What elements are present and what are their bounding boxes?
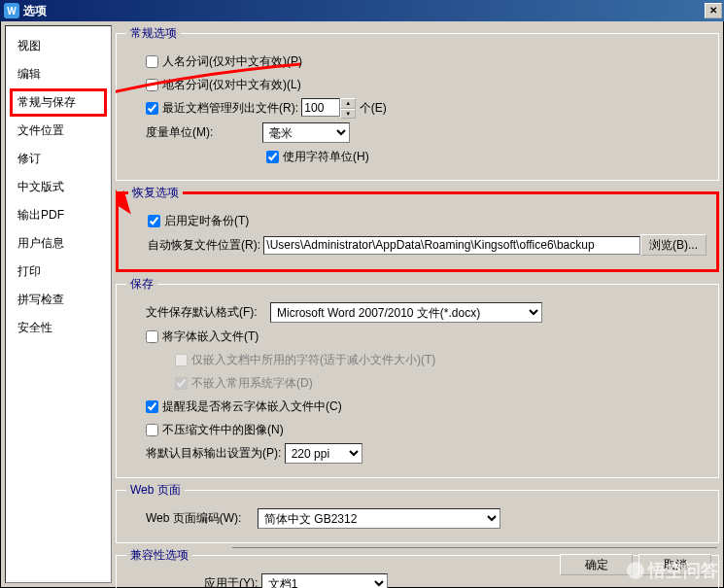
place-split-label: 地名分词(仅对中文有效)(L) — [162, 77, 301, 93]
sidebar-item-general-save[interactable]: 常规与保存 — [10, 88, 107, 117]
sidebar-item-user-info[interactable]: 用户信息 — [10, 229, 107, 258]
sidebar-item-view[interactable]: 视图 — [10, 32, 107, 60]
recovery-path-input[interactable] — [263, 236, 640, 255]
use-char-unit-checkbox[interactable] — [266, 151, 279, 163]
web-legend: Web 页面 — [126, 482, 185, 499]
recent-docs-input[interactable] — [301, 98, 340, 117]
unit-label: 度量单位(M): — [146, 124, 262, 141]
general-options-group: 常规选项 人名分词(仅对中文有效)(P) 地名分词(仅对中文有效)(L) 最近文… — [116, 25, 719, 181]
app-icon: W — [4, 3, 19, 18]
embed-font-label: 将字体嵌入文件(T) — [162, 329, 259, 345]
recent-docs-unit: 个(E) — [360, 100, 387, 117]
general-legend: 常规选项 — [126, 25, 181, 42]
sidebar-item-print[interactable]: 打印 — [10, 258, 107, 286]
recovery-path-label: 自动恢复文件位置(R): — [148, 237, 260, 254]
recovery-legend: 恢复选项 — [128, 185, 183, 201]
embed-font-checkbox[interactable] — [146, 330, 158, 343]
recent-docs-checkbox[interactable] — [146, 102, 158, 115]
sidebar-item-output-pdf[interactable]: 输出PDF — [10, 201, 107, 229]
no-compress-img-checkbox[interactable] — [146, 424, 158, 436]
recent-docs-up[interactable]: ▲ — [340, 98, 356, 109]
default-res-select[interactable]: 220 ppi — [285, 443, 362, 464]
web-group: Web 页面 Web 页面编码(W): 简体中文 GB2312 — [116, 482, 719, 543]
default-fmt-label: 文件保存默认格式(F): — [146, 304, 270, 321]
sidebar-item-spellcheck[interactable]: 拼写检查 — [10, 286, 107, 314]
save-group: 保存 文件保存默认格式(F): Microsoft Word 2007/2010… — [116, 276, 719, 478]
compat-legend: 兼容性选项 — [126, 547, 192, 564]
no-compress-img-label: 不压缩文件中的图像(N) — [162, 422, 284, 438]
recent-docs-down[interactable]: ▼ — [340, 109, 356, 120]
save-legend: 保存 — [126, 276, 157, 293]
cancel-button[interactable]: 取消 — [638, 554, 711, 575]
recent-docs-label: 最近文档管理列出文件(R): — [162, 100, 298, 117]
embed-used-only-checkbox — [175, 354, 188, 366]
place-split-checkbox[interactable] — [146, 79, 158, 91]
sidebar-item-security[interactable]: 安全性 — [10, 314, 107, 342]
enable-backup-label: 启用定时备份(T) — [164, 213, 249, 229]
name-split-checkbox[interactable] — [146, 55, 158, 68]
warn-cloud-font-label: 提醒我是否将云字体嵌入文件中(C) — [162, 398, 342, 415]
name-split-label: 人名分词(仅对中文有效)(P) — [162, 53, 302, 70]
dialog-buttons: 确定 取消 — [232, 547, 717, 581]
sidebar-item-chinese-layout[interactable]: 中文版式 — [10, 173, 107, 201]
use-char-unit-label: 使用字符单位(H) — [283, 149, 369, 165]
no-embed-sys-label: 不嵌入常用系统字体(D) — [191, 375, 313, 392]
sidebar: 视图 编辑 常规与保存 文件位置 修订 中文版式 输出PDF 用户信息 打印 拼… — [5, 25, 112, 583]
default-fmt-select[interactable]: Microsoft Word 2007/2010 文件(*.docx) — [270, 302, 542, 323]
web-encoding-select[interactable]: 简体中文 GB2312 — [258, 508, 500, 529]
enable-backup-checkbox[interactable] — [148, 215, 160, 227]
web-encoding-label: Web 页面编码(W): — [146, 510, 258, 527]
sidebar-item-edit[interactable]: 编辑 — [10, 60, 107, 88]
ok-button[interactable]: 确定 — [560, 554, 633, 575]
window-title: 选项 — [23, 3, 47, 19]
no-embed-sys-checkbox — [175, 377, 188, 390]
warn-cloud-font-checkbox[interactable] — [146, 400, 158, 413]
embed-used-only-label: 仅嵌入文档中所用的字符(适于减小文件大小)(T) — [191, 352, 435, 368]
sidebar-item-file-location[interactable]: 文件位置 — [10, 117, 107, 145]
browse-button[interactable]: 浏览(B)... — [640, 234, 707, 256]
recovery-options-group: 恢复选项 启用定时备份(T) 自动恢复文件位置(R): 浏览(B)... — [116, 185, 719, 272]
default-res-label: 将默认目标输出设置为(P): — [146, 445, 281, 462]
sidebar-item-revision[interactable]: 修订 — [10, 145, 107, 173]
close-button[interactable]: ✕ — [705, 3, 722, 18]
unit-select[interactable]: 毫米 — [262, 122, 350, 143]
